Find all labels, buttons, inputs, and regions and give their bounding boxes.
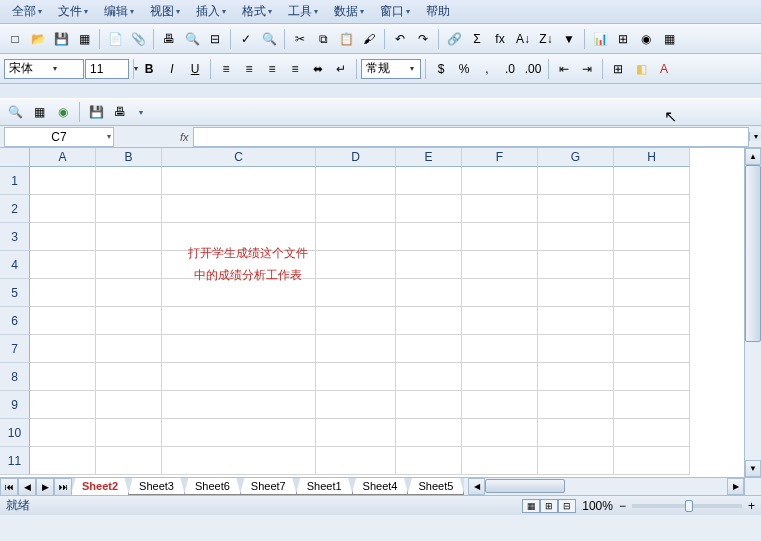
cell[interactable]: [162, 195, 316, 223]
spell-icon[interactable]: ✓: [235, 28, 257, 50]
sheet-tab-Sheet3[interactable]: Sheet3: [128, 478, 185, 495]
cell[interactable]: [30, 223, 96, 251]
cell[interactable]: [96, 419, 162, 447]
preview-icon[interactable]: 🔍: [181, 28, 203, 50]
cell[interactable]: [396, 223, 462, 251]
row-header-7[interactable]: 7: [0, 335, 30, 363]
copy-icon[interactable]: ⧉: [312, 28, 334, 50]
cell[interactable]: [614, 195, 690, 223]
aux-globe-icon[interactable]: ◉: [52, 101, 74, 123]
cell[interactable]: [30, 279, 96, 307]
horizontal-scrollbar[interactable]: ◀ ▶: [468, 478, 744, 495]
dec-dec-icon[interactable]: .00: [522, 58, 544, 80]
col-header-B[interactable]: B: [96, 148, 162, 167]
scroll-down-icon[interactable]: ▼: [745, 460, 761, 477]
menu-view[interactable]: 视图▾: [142, 0, 188, 23]
font-color-icon[interactable]: A: [653, 58, 675, 80]
tab-nav-prev-icon[interactable]: ◀: [18, 478, 36, 496]
cell[interactable]: [396, 251, 462, 279]
cell[interactable]: [162, 391, 316, 419]
col-header-A[interactable]: A: [30, 148, 96, 167]
col-header-E[interactable]: E: [396, 148, 462, 167]
cell[interactable]: [96, 167, 162, 195]
cell[interactable]: [538, 363, 614, 391]
filter-icon[interactable]: ▼: [558, 28, 580, 50]
menu-data[interactable]: 数据▾: [326, 0, 372, 23]
sheet-tab-Sheet5[interactable]: Sheet5: [407, 478, 464, 495]
cell[interactable]: [162, 279, 316, 307]
cell[interactable]: [538, 447, 614, 475]
size-combo[interactable]: 11▾: [85, 59, 129, 79]
row-header-5[interactable]: 5: [0, 279, 30, 307]
cell[interactable]: [96, 335, 162, 363]
cell[interactable]: [162, 419, 316, 447]
cells-area[interactable]: [30, 167, 744, 475]
format-painter-icon[interactable]: 🖌: [358, 28, 380, 50]
cell[interactable]: [162, 307, 316, 335]
row-header-8[interactable]: 8: [0, 363, 30, 391]
menu-all[interactable]: 全部▾: [4, 0, 50, 23]
tab-nav-next-icon[interactable]: ▶: [36, 478, 54, 496]
cell[interactable]: [316, 419, 396, 447]
cell[interactable]: [30, 307, 96, 335]
col-header-F[interactable]: F: [462, 148, 538, 167]
cell[interactable]: [162, 223, 316, 251]
cell[interactable]: [396, 335, 462, 363]
cell[interactable]: [614, 363, 690, 391]
menu-format[interactable]: 格式▾: [234, 0, 280, 23]
v-scroll-thumb[interactable]: [745, 165, 761, 342]
sheet-tab-Sheet1[interactable]: Sheet1: [296, 478, 353, 495]
cell[interactable]: [538, 251, 614, 279]
cell[interactable]: [162, 447, 316, 475]
cell[interactable]: [614, 447, 690, 475]
sheet-tab-Sheet2[interactable]: Sheet2: [71, 478, 129, 495]
cell[interactable]: [614, 391, 690, 419]
tab-nav-first-icon[interactable]: ⏮: [0, 478, 18, 496]
cell[interactable]: [30, 447, 96, 475]
numfmt-combo[interactable]: 常规▾: [361, 59, 421, 79]
cell[interactable]: [462, 419, 538, 447]
menu-window[interactable]: 窗口▾: [372, 0, 418, 23]
open-icon[interactable]: 📂: [27, 28, 49, 50]
font-combo[interactable]: 宋体▾: [4, 59, 84, 79]
cell[interactable]: [30, 195, 96, 223]
aux-print-icon[interactable]: 🖶: [109, 101, 131, 123]
row-header-2[interactable]: 2: [0, 195, 30, 223]
h-scroll-thumb[interactable]: [485, 479, 565, 493]
chart-icon[interactable]: 📊: [589, 28, 611, 50]
col-header-C[interactable]: C: [162, 148, 316, 167]
col-header-D[interactable]: D: [316, 148, 396, 167]
cell[interactable]: [538, 391, 614, 419]
view-normal-icon[interactable]: ▦: [522, 499, 540, 513]
cell[interactable]: [316, 195, 396, 223]
menu-file[interactable]: 文件▾: [50, 0, 96, 23]
function-icon[interactable]: fx: [489, 28, 511, 50]
cell[interactable]: [462, 307, 538, 335]
cell[interactable]: [462, 335, 538, 363]
underline-icon[interactable]: U: [184, 58, 206, 80]
cell[interactable]: [396, 195, 462, 223]
cell[interactable]: [316, 223, 396, 251]
cell[interactable]: [396, 419, 462, 447]
paste-icon[interactable]: 📋: [335, 28, 357, 50]
cell[interactable]: [396, 307, 462, 335]
cell[interactable]: [96, 391, 162, 419]
comma-icon[interactable]: ,: [476, 58, 498, 80]
cell[interactable]: [162, 335, 316, 363]
indent-dec-icon[interactable]: ⇤: [553, 58, 575, 80]
cell[interactable]: [316, 391, 396, 419]
col-header-G[interactable]: G: [538, 148, 614, 167]
cell[interactable]: [538, 195, 614, 223]
cell[interactable]: [96, 223, 162, 251]
menu-insert[interactable]: 插入▾: [188, 0, 234, 23]
cell[interactable]: [396, 391, 462, 419]
aux-save-icon[interactable]: 💾: [85, 101, 107, 123]
cell[interactable]: [316, 307, 396, 335]
cell[interactable]: [462, 447, 538, 475]
cell[interactable]: [96, 279, 162, 307]
italic-icon[interactable]: I: [161, 58, 183, 80]
row-header-1[interactable]: 1: [0, 167, 30, 195]
name-box[interactable]: C7 ▾: [4, 127, 114, 147]
wrap-icon[interactable]: ↵: [330, 58, 352, 80]
save-icon[interactable]: 💾: [50, 28, 72, 50]
